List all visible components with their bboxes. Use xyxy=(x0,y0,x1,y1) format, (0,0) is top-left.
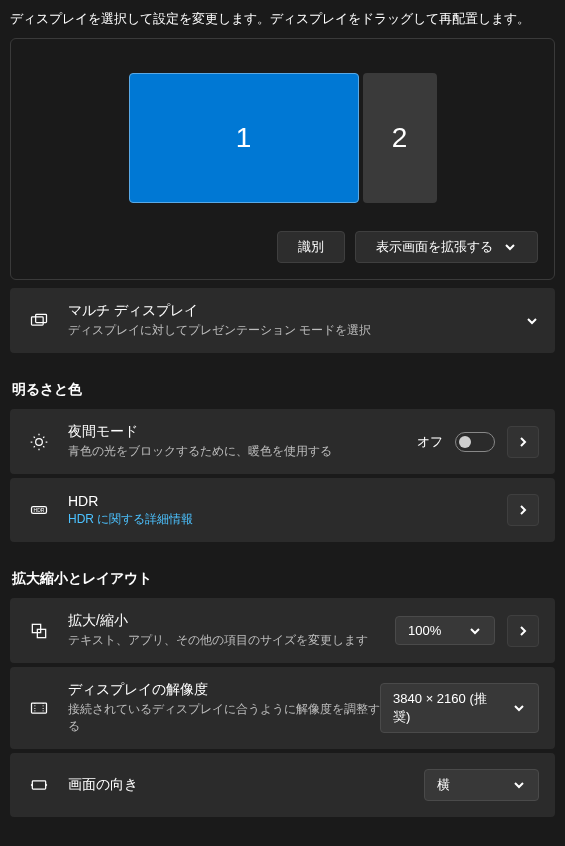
hdr-row[interactable]: HDR HDR HDR に関する詳細情報 xyxy=(10,478,555,542)
display-2[interactable]: 2 xyxy=(363,73,437,203)
resolution-value: 3840 × 2160 (推奨) xyxy=(393,690,499,726)
identify-label: 識別 xyxy=(298,238,324,256)
identify-button[interactable]: 識別 xyxy=(277,231,345,263)
resolution-row[interactable]: ディスプレイの解像度 接続されているディスプレイに合うように解像度を調整する 3… xyxy=(10,667,555,749)
multi-display-row[interactable]: マルチ ディスプレイ ディスプレイに対してプレゼンテーション モードを選択 xyxy=(10,288,555,353)
chevron-down-icon xyxy=(503,240,517,254)
orientation-row[interactable]: 画面の向き 横 xyxy=(10,753,555,817)
display-canvas[interactable]: 1 2 xyxy=(27,55,538,231)
hdr-title: HDR xyxy=(68,493,507,509)
hdr-link[interactable]: HDR に関する詳細情報 xyxy=(68,511,507,528)
night-light-row[interactable]: 夜間モード 青色の光をブロックするために、暖色を使用する オフ xyxy=(10,409,555,474)
night-light-detail-button[interactable] xyxy=(507,426,539,458)
orientation-title: 画面の向き xyxy=(68,776,424,794)
svg-rect-7 xyxy=(32,703,47,713)
display-arrangement-panel: 1 2 識別 表示画面を拡張する xyxy=(10,38,555,280)
chevron-down-icon xyxy=(525,314,539,328)
scale-sub: テキスト、アプリ、その他の項目のサイズを変更します xyxy=(68,632,395,649)
svg-rect-8 xyxy=(32,781,45,789)
display-2-label: 2 xyxy=(392,122,408,154)
multi-display-icon xyxy=(26,311,52,331)
brightness-icon xyxy=(26,432,52,452)
scale-select[interactable]: 100% xyxy=(395,616,495,645)
intro-text: ディスプレイを選択して設定を変更します。ディスプレイをドラッグして再配置します。 xyxy=(10,10,555,28)
hdr-icon: HDR xyxy=(26,500,52,520)
multi-display-title: マルチ ディスプレイ xyxy=(68,302,525,320)
resolution-title: ディスプレイの解像度 xyxy=(68,681,380,699)
svg-rect-1 xyxy=(36,314,47,322)
multi-display-sub: ディスプレイに対してプレゼンテーション モードを選択 xyxy=(68,322,525,339)
scale-title: 拡大/縮小 xyxy=(68,612,395,630)
night-light-state: オフ xyxy=(417,433,443,451)
chevron-down-icon xyxy=(512,778,526,792)
svg-rect-0 xyxy=(32,316,44,324)
extend-label: 表示画面を拡張する xyxy=(376,238,493,256)
svg-rect-6 xyxy=(37,629,45,637)
night-light-toggle[interactable] xyxy=(455,432,495,452)
svg-rect-5 xyxy=(32,624,40,632)
hdr-detail-button[interactable] xyxy=(507,494,539,526)
night-light-title: 夜間モード xyxy=(68,423,417,441)
orientation-select[interactable]: 横 xyxy=(424,769,539,801)
resolution-select[interactable]: 3840 × 2160 (推奨) xyxy=(380,683,539,733)
scale-row[interactable]: 拡大/縮小 テキスト、アプリ、その他の項目のサイズを変更します 100% xyxy=(10,598,555,663)
svg-point-2 xyxy=(36,438,43,445)
section-scale-layout: 拡大縮小とレイアウト xyxy=(12,570,555,588)
toggle-knob xyxy=(459,436,471,448)
scale-icon xyxy=(26,621,52,641)
scale-value: 100% xyxy=(408,623,441,638)
night-light-sub: 青色の光をブロックするために、暖色を使用する xyxy=(68,443,417,460)
svg-text:HDR: HDR xyxy=(34,507,45,513)
chevron-down-icon xyxy=(513,701,526,715)
display-1-label: 1 xyxy=(236,122,252,154)
chevron-down-icon xyxy=(468,624,482,638)
extend-mode-button[interactable]: 表示画面を拡張する xyxy=(355,231,538,263)
section-brightness-color: 明るさと色 xyxy=(12,381,555,399)
resolution-icon xyxy=(26,698,52,718)
scale-detail-button[interactable] xyxy=(507,615,539,647)
resolution-sub: 接続されているディスプレイに合うように解像度を調整する xyxy=(68,701,380,735)
display-1[interactable]: 1 xyxy=(129,73,359,203)
orientation-icon xyxy=(26,775,52,795)
orientation-value: 横 xyxy=(437,776,450,794)
